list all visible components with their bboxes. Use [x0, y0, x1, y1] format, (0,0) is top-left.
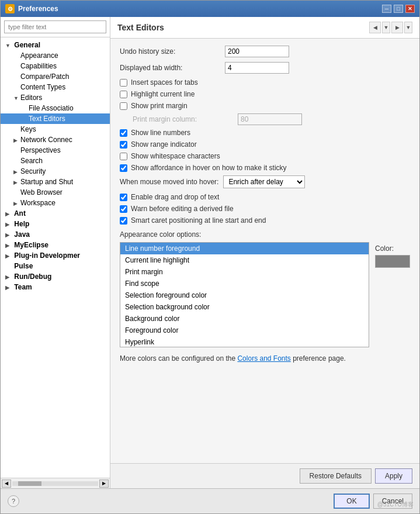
print-margin-col-label: Print margin column: [133, 115, 238, 123]
color-item-hyperlink[interactable]: Hyperlink [120, 336, 369, 347]
hover-label: When mouse moved into hover: [120, 178, 218, 186]
ok-button[interactable]: OK [334, 494, 369, 509]
filter-box [1, 17, 110, 37]
more-colors-prefix: More colors can be configured on the [120, 354, 237, 363]
tree-item-keys[interactable]: Keys [1, 124, 110, 134]
tree-item-file-assoc[interactable]: File Associatio [1, 103, 110, 113]
restore-defaults-button[interactable]: Restore Defaults [300, 468, 372, 484]
color-item-foreground[interactable]: Foreground color [120, 325, 369, 336]
insert-spaces-row: Insert spaces for tabs [120, 78, 410, 87]
tree-item-ant[interactable]: ▶ Ant [1, 208, 110, 219]
enable-drag-label: Enable drag and drop of text [131, 193, 219, 201]
enable-drag-checkbox[interactable] [120, 194, 127, 201]
show-whitespace-checkbox[interactable] [120, 153, 127, 160]
undo-history-label: Undo history size: [120, 47, 225, 56]
show-affordance-label: Show affordance in hover on how to make … [131, 164, 287, 172]
color-item-line-number-fg[interactable]: Line number foreground [120, 243, 369, 254]
tree-item-search[interactable]: Search [1, 156, 110, 166]
show-line-numbers-checkbox[interactable] [120, 129, 127, 137]
print-margin-col-input[interactable] [238, 113, 302, 125]
undo-history-row: Undo history size: [120, 46, 410, 57]
maximize-button[interactable]: □ [394, 5, 403, 13]
show-whitespace-row: Show whitespace characters [120, 152, 410, 160]
scroll-left-btn[interactable]: ◀ [2, 479, 11, 488]
show-range-indicator-row: Show range indicator [120, 140, 410, 149]
forward-button[interactable]: ▶ [391, 22, 403, 33]
tree-area: ▼ General Appearance Capabilities Compar… [1, 37, 110, 478]
apply-button[interactable]: Apply [375, 468, 412, 484]
tree-item-startup[interactable]: ▶Startup and Shut [1, 177, 110, 187]
warn-derived-checkbox[interactable] [120, 205, 127, 213]
tree-item-editors[interactable]: ▼Editors [1, 92, 110, 103]
appearance-title: Appearance color options: [120, 230, 410, 239]
colors-and-fonts-link[interactable]: Colors and Fonts [237, 354, 290, 363]
title-bar-left: ⚙ Preferences [5, 4, 58, 13]
tree-item-run-debug[interactable]: ▶ Run/Debug [1, 271, 110, 282]
color-item-selection-bg[interactable]: Selection background color [120, 301, 369, 313]
color-item-print-margin[interactable]: Print margin [120, 266, 369, 278]
highlight-line-row: Highlight current line [120, 90, 410, 98]
minimize-button[interactable]: ─ [382, 5, 391, 13]
filter-input[interactable] [4, 20, 106, 33]
tree-item-network[interactable]: ▶Network Connec [1, 134, 110, 145]
forward-dropdown[interactable]: ▼ [404, 22, 412, 33]
window-title: Preferences [18, 5, 58, 13]
back-button[interactable]: ◀ [369, 22, 381, 33]
tree-item-plugin[interactable]: ▶ Plug-in Developmer [1, 250, 110, 261]
enable-drag-row: Enable drag and drop of text [120, 193, 410, 201]
tree-item-pulse[interactable]: Pulse [1, 261, 110, 271]
warn-derived-row: Warn before editing a derived file [120, 205, 410, 213]
left-panel: ▼ General Appearance Capabilities Compar… [1, 17, 110, 488]
bottom-buttons: Restore Defaults Apply [110, 463, 419, 488]
print-margin-col-row: Print margin column: [133, 113, 410, 125]
color-item-find-scope[interactable]: Find scope [120, 278, 369, 289]
color-list[interactable]: Line number foreground Current line high… [120, 242, 369, 347]
tree-item-capabilities[interactable]: Capabilities [1, 61, 110, 71]
show-affordance-checkbox[interactable] [120, 164, 127, 172]
hover-select[interactable]: Enrich after delay Enrich immediately Ne… [223, 175, 305, 188]
show-range-label: Show range indicator [131, 140, 197, 149]
show-range-checkbox[interactable] [120, 141, 127, 149]
tree-item-text-editors[interactable]: Text Editors [1, 113, 110, 124]
tree-item-perspectives[interactable]: Perspectives [1, 145, 110, 156]
smart-caret-checkbox[interactable] [120, 217, 127, 225]
show-line-numbers-label: Show line numbers [131, 129, 190, 137]
tree-item-web-browser[interactable]: Web Browser [1, 187, 110, 198]
color-options-container: Line number foreground Current line high… [120, 242, 410, 347]
panel-title: Text Editors [117, 23, 164, 32]
color-item-selection-fg[interactable]: Selection foreground color [120, 289, 369, 301]
color-item-current-line[interactable]: Current line highlight [120, 254, 369, 266]
highlight-line-checkbox[interactable] [120, 91, 127, 98]
right-header: Text Editors ◀ ▼ ▶ ▼ [110, 17, 419, 39]
tree-item-compare[interactable]: Compare/Patch [1, 71, 110, 82]
tree-item-workspace[interactable]: ▶Workspace [1, 198, 110, 208]
tree-item-security[interactable]: ▶Security [1, 166, 110, 177]
show-affordance-row: Show affordance in hover on how to make … [120, 164, 410, 172]
color-item-background[interactable]: Background color [120, 313, 369, 325]
more-colors-text: More colors can be configured on the Col… [120, 353, 410, 364]
more-colors-suffix: preference page. [291, 354, 346, 363]
show-whitespace-label: Show whitespace characters [131, 152, 220, 160]
tree-item-help[interactable]: ▶ Help [1, 219, 110, 229]
tab-width-input[interactable] [225, 62, 289, 74]
undo-history-input[interactable] [225, 46, 289, 57]
nav-arrows: ◀ ▼ ▶ ▼ [369, 22, 412, 33]
tab-width-label: Displayed tab width: [120, 64, 225, 72]
scroll-right-btn[interactable]: ▶ [99, 479, 109, 488]
scroll-track[interactable] [12, 481, 98, 486]
tree-item-myeclipse[interactable]: ▶ MyEclipse [1, 240, 110, 250]
tree-item-general[interactable]: ▼ General [1, 40, 110, 50]
insert-spaces-checkbox[interactable] [120, 79, 127, 87]
insert-spaces-label: Insert spaces for tabs [131, 78, 198, 87]
show-print-margin-checkbox[interactable] [120, 102, 127, 110]
tree-item-content-types[interactable]: Content Types [1, 82, 110, 92]
tree-item-team[interactable]: ▶ Team [1, 282, 110, 292]
smart-caret-label: Smart caret positioning at line start an… [131, 216, 266, 225]
close-button[interactable]: ✕ [405, 5, 415, 13]
back-dropdown[interactable]: ▼ [382, 22, 390, 33]
horizontal-scrollbar: ◀ ▶ [1, 478, 110, 488]
help-icon[interactable]: ? [8, 495, 19, 507]
tree-item-appearance[interactable]: Appearance [1, 50, 110, 61]
color-swatch[interactable] [375, 255, 410, 268]
tree-item-java[interactable]: ▶ Java [1, 229, 110, 240]
